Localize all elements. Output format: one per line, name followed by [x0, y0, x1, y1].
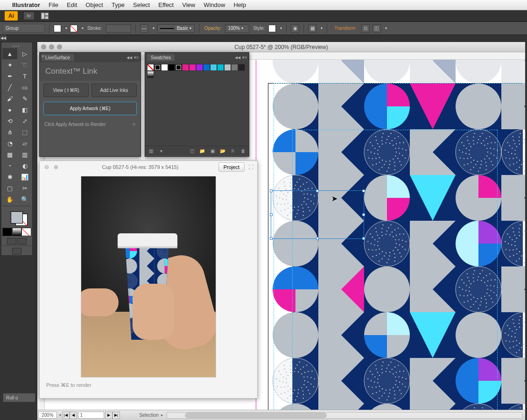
free-transform-tool-icon[interactable]: ⬚: [17, 126, 32, 138]
direct-selection-tool-icon[interactable]: ▷: [17, 48, 32, 59]
zoom-tool-icon[interactable]: 🔍: [17, 194, 32, 205]
gradient-tool-icon[interactable]: ▥: [17, 149, 32, 160]
last-artboard-button[interactable]: ▶|: [112, 412, 120, 419]
brush-definition-dropdown[interactable]: Basic▾: [157, 24, 195, 33]
symbol-sprayer-tool-icon[interactable]: ✱: [2, 171, 17, 182]
draw-behind-icon[interactable]: [17, 238, 27, 245]
panel-close-icon[interactable]: ✕: [41, 54, 45, 59]
panel-add-icon[interactable]: ⊕: [53, 164, 59, 170]
chevron-down-icon[interactable]: ▾: [385, 26, 387, 30]
isolate-icon[interactable]: ⊡: [361, 24, 370, 33]
swatch[interactable]: [189, 64, 196, 71]
menu-window[interactable]: Window: [204, 1, 225, 8]
shape-builder-tool-icon[interactable]: ◔: [2, 138, 17, 149]
swatch[interactable]: [168, 64, 175, 71]
chevron-down-icon[interactable]: ▾: [65, 26, 67, 30]
align-icon[interactable]: ▦: [308, 24, 316, 33]
folder-icon[interactable]: 📂: [219, 148, 226, 154]
menu-object[interactable]: Object: [85, 1, 103, 8]
add-live-inks-button[interactable]: Add Live Inks: [91, 84, 137, 97]
rotate-tool-icon[interactable]: ⟲: [2, 115, 17, 126]
rectangle-tool-icon[interactable]: ▭: [17, 82, 32, 93]
chevron-down-icon[interactable]: ▾: [321, 26, 323, 30]
none-mode-icon[interactable]: [21, 228, 31, 236]
swatch[interactable]: [203, 64, 210, 71]
swatch-options-icon[interactable]: ◫: [188, 148, 196, 154]
mesh-tool-icon[interactable]: ▦: [2, 149, 17, 160]
panel-tab-swatches[interactable]: Swatches: [147, 54, 175, 61]
horizontal-scrollbar[interactable]: [167, 412, 522, 419]
roll-tab[interactable]: Roll o: [3, 393, 35, 402]
menu-file[interactable]: File: [49, 1, 58, 8]
swatch[interactable]: [175, 64, 182, 71]
menu-select[interactable]: Select: [133, 1, 150, 8]
panel-close-icon[interactable]: ⊖: [43, 164, 50, 170]
variable-width-icon[interactable]: —: [140, 24, 148, 33]
paintbrush-tool-icon[interactable]: 🖌: [2, 93, 17, 104]
graphic-style-swatch[interactable]: [268, 25, 276, 32]
lasso-tool-icon[interactable]: ➰: [17, 59, 32, 70]
selection-tool-icon[interactable]: ▲: [2, 48, 17, 59]
collapse-icon[interactable]: ◀◀: [126, 56, 132, 60]
menu-app[interactable]: Illustrator: [12, 1, 40, 8]
screen-mode-icon[interactable]: [12, 248, 21, 254]
graph-tool-icon[interactable]: 📊: [17, 171, 32, 182]
new-swatch-icon[interactable]: ▣: [209, 148, 216, 154]
swatch[interactable]: [231, 64, 238, 71]
menu-view[interactable]: View: [182, 1, 195, 8]
chevron-down-icon[interactable]: ▾: [280, 26, 282, 30]
dismiss-hint-icon[interactable]: ✕: [132, 122, 136, 127]
document-titlebar[interactable]: Cup 0527-5* @ 200% (RGB/Preview): [37, 42, 525, 52]
hand-tool-icon[interactable]: ✋: [2, 194, 17, 205]
color-mode-icon[interactable]: [2, 228, 12, 236]
chevron-down-icon[interactable]: ▾: [82, 26, 84, 30]
next-artboard-button[interactable]: ▶: [105, 412, 112, 419]
swatch[interactable]: [161, 64, 168, 71]
project-button[interactable]: Project: [218, 162, 245, 172]
prev-artboard-button[interactable]: ◀: [70, 412, 77, 419]
expand-icon[interactable]: ⛶: [248, 164, 253, 170]
swatch[interactable]: [210, 64, 217, 71]
artboard-number-input[interactable]: 1: [78, 412, 104, 419]
width-tool-icon[interactable]: ⋔: [2, 126, 17, 138]
menu-edit[interactable]: Edit: [67, 1, 77, 8]
type-tool-icon[interactable]: T: [17, 70, 32, 82]
line-tool-icon[interactable]: ╱: [2, 82, 17, 93]
swatch[interactable]: [147, 64, 154, 71]
collapse-left-icon[interactable]: ◀◀: [0, 35, 7, 41]
opacity-input[interactable]: 100%▾: [225, 24, 249, 33]
scale-tool-icon[interactable]: ⤢: [17, 115, 32, 126]
panel-menu-icon[interactable]: ▾≡: [242, 55, 247, 60]
collapse-icon[interactable]: ◀◀: [235, 56, 240, 60]
slice-tool-icon[interactable]: ✂: [17, 182, 32, 194]
pen-tool-icon[interactable]: ✒: [2, 70, 17, 82]
swatch[interactable]: [238, 64, 245, 71]
blend-tool-icon[interactable]: ◐: [17, 160, 32, 171]
panel-grip-icon[interactable]: ▪▪▪: [2, 43, 31, 48]
apply-artwork-button[interactable]: Apply Artwork (⌘E): [43, 102, 137, 115]
panel-tab-livesurface[interactable]: LiveSurface: [42, 54, 74, 61]
bridge-icon[interactable]: Br: [23, 12, 35, 20]
chevron-right-icon[interactable]: ▸: [161, 413, 163, 417]
chevron-down-icon[interactable]: ▾: [153, 26, 155, 30]
eraser-tool-icon[interactable]: ◧: [17, 104, 32, 115]
menu-type[interactable]: Type: [112, 1, 125, 8]
recolor-artwork-icon[interactable]: ◉: [291, 24, 299, 33]
transform-label[interactable]: Transform: [334, 26, 355, 31]
arrange-documents-icon[interactable]: [40, 12, 49, 20]
eyedropper-tool-icon[interactable]: ⁃: [2, 160, 17, 171]
stroke-swatch[interactable]: [70, 25, 77, 32]
show-swatch-kinds-icon[interactable]: ▾: [157, 148, 165, 154]
link-icon[interactable]: ⎘: [229, 148, 237, 154]
panel-menu-icon[interactable]: ▾≡: [134, 55, 139, 60]
swatch[interactable]: [224, 64, 231, 71]
draw-normal-icon[interactable]: [7, 238, 16, 245]
fill-swatch[interactable]: [54, 25, 61, 32]
first-artboard-button[interactable]: |◀: [62, 412, 70, 419]
menu-help[interactable]: Help: [233, 1, 246, 8]
swatch-libraries-icon[interactable]: ▥: [147, 148, 155, 154]
chevron-down-icon[interactable]: ▾: [59, 413, 61, 417]
gradient-mode-icon[interactable]: [12, 228, 22, 236]
pencil-tool-icon[interactable]: ✎: [17, 93, 32, 104]
new-color-group-icon[interactable]: 📁: [198, 148, 206, 154]
